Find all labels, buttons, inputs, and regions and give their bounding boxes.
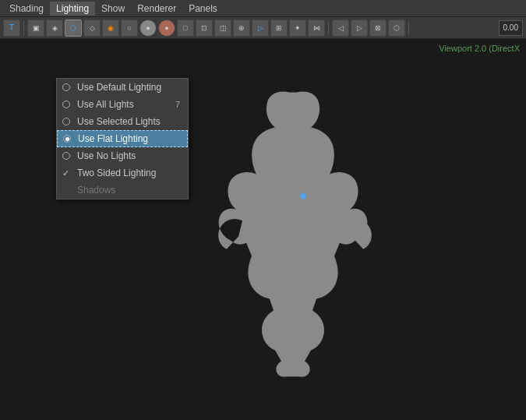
viewport-label: Viewport 2.0 (DirectX bbox=[439, 44, 520, 53]
radio-use-flat-lighting bbox=[63, 135, 71, 143]
viewport: Viewport 2.0 (DirectX Use Default Lighti… bbox=[0, 39, 526, 420]
menu-label-use-selected-lights: Use Selected Lights bbox=[77, 116, 161, 127]
separator-3 bbox=[408, 21, 409, 35]
toolbar-btn-21[interactable]: ⬡ bbox=[388, 19, 405, 37]
menu-label-use-default-lighting: Use Default Lighting bbox=[77, 82, 161, 93]
menu-panels[interactable]: Panels bbox=[182, 2, 224, 16]
toolbar-btn-15[interactable]: ⊞ bbox=[270, 19, 288, 37]
toolbar-btn-10[interactable]: □ bbox=[177, 19, 194, 37]
check-two-sided-lighting: ✓ bbox=[62, 168, 69, 178]
menu-shading[interactable]: Shading bbox=[3, 2, 50, 16]
toolbar-btn-13[interactable]: ⊕ bbox=[233, 19, 250, 37]
menu-show[interactable]: Show bbox=[95, 2, 131, 16]
toolbar-btn-2[interactable]: ▣ bbox=[27, 19, 44, 37]
menu-item-two-sided-lighting[interactable]: ✓ Two Sided Lighting bbox=[57, 164, 188, 182]
check-shadows: ✓ bbox=[62, 185, 69, 196]
menu-renderer[interactable]: Renderer bbox=[131, 2, 182, 16]
toolbar-btn-5[interactable]: ◇ bbox=[83, 19, 101, 37]
menu-label-use-all-lights: Use All Lights bbox=[77, 99, 134, 110]
toolbar-btn-1[interactable]: T bbox=[3, 19, 20, 37]
menu-item-use-all-lights[interactable]: Use All Lights 7 bbox=[57, 96, 188, 113]
fps-counter[interactable]: 0.00 bbox=[499, 20, 523, 36]
radio-use-selected-lights bbox=[62, 118, 70, 125]
menu-label-shadows: Shadows bbox=[77, 185, 115, 196]
menu-item-shadows[interactable]: ✓ Shadows bbox=[57, 182, 188, 199]
toolbar-btn-11[interactable]: ⊡ bbox=[196, 19, 213, 37]
menubar: Shading Lighting Show Renderer Panels bbox=[0, 0, 526, 17]
toolbar-btn-6[interactable]: ◉ bbox=[102, 19, 119, 37]
toolbar-btn-7[interactable]: ○ bbox=[121, 19, 138, 37]
separator-1 bbox=[23, 21, 24, 35]
menu-item-use-no-lights[interactable]: Use No Lights bbox=[57, 147, 188, 164]
toolbar-btn-17[interactable]: ⋈ bbox=[308, 19, 325, 37]
toolbar-btn-9[interactable]: ● bbox=[158, 19, 175, 37]
toolbar-btn-3[interactable]: ◈ bbox=[46, 19, 63, 37]
toolbar-btn-14[interactable]: ▷ bbox=[252, 19, 269, 37]
radio-use-default-lighting bbox=[62, 83, 70, 91]
menu-label-two-sided-lighting: Two Sided Lighting bbox=[77, 168, 156, 178]
lighting-dropdown: Use Default Lighting Use All Lights 7 Us… bbox=[56, 78, 189, 199]
toolbar-btn-18[interactable]: ◁ bbox=[332, 19, 349, 37]
toolbar-btn-8[interactable]: ● bbox=[139, 19, 157, 37]
character-silhouette bbox=[196, 80, 383, 379]
separator-2 bbox=[328, 21, 329, 35]
toolbar-btn-20[interactable]: ⊠ bbox=[369, 19, 387, 37]
menu-item-use-selected-lights[interactable]: Use Selected Lights bbox=[57, 113, 188, 130]
toolbar-btn-4[interactable]: ⬡ bbox=[65, 19, 82, 37]
radio-use-no-lights bbox=[62, 152, 70, 160]
shortcut-use-all-lights: 7 bbox=[175, 100, 180, 109]
menu-lighting[interactable]: Lighting bbox=[50, 2, 95, 16]
toolbar: T ▣ ◈ ⬡ ◇ ◉ ○ ● ● □ ⊡ ◫ ⊕ ▷ ⊞ ✦ ⋈ ◁ ▷ ⊠ … bbox=[0, 17, 526, 39]
toolbar-btn-19[interactable]: ▷ bbox=[351, 19, 368, 37]
menu-item-use-flat-lighting[interactable]: Use Flat Lighting bbox=[57, 130, 188, 147]
toolbar-btn-16[interactable]: ✦ bbox=[289, 19, 306, 37]
menu-item-use-default-lighting[interactable]: Use Default Lighting bbox=[57, 79, 188, 96]
toolbar-btn-12[interactable]: ◫ bbox=[214, 19, 231, 37]
menu-label-use-flat-lighting: Use Flat Lighting bbox=[78, 133, 148, 144]
menu-label-use-no-lights: Use No Lights bbox=[77, 150, 136, 161]
radio-use-all-lights bbox=[62, 101, 70, 108]
svg-point-0 bbox=[300, 192, 306, 199]
counter-display: 0.00 bbox=[499, 20, 523, 36]
